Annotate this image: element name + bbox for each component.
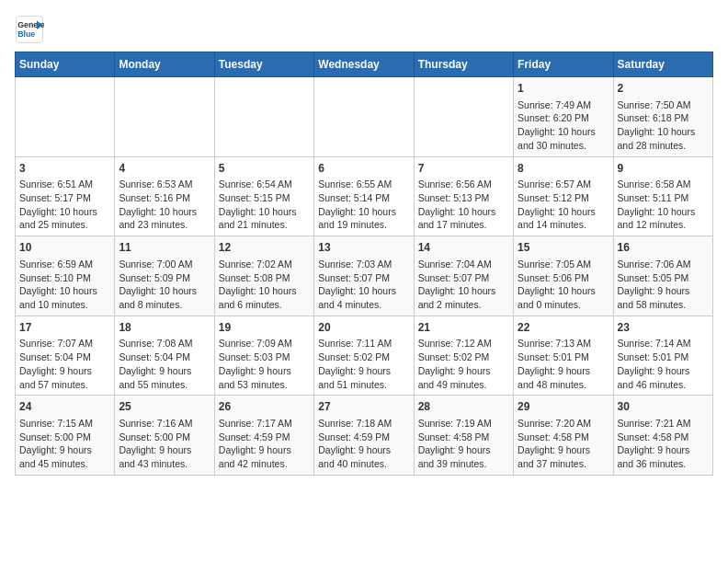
day-info: Sunrise: 7:18 AM Sunset: 4:59 PM Dayligh… [318,417,409,471]
calendar-week-row: 10Sunrise: 6:59 AM Sunset: 5:10 PM Dayli… [16,236,713,316]
day-number: 13 [318,240,409,256]
day-number: 27 [318,399,409,415]
calendar-cell: 12Sunrise: 7:02 AM Sunset: 5:08 PM Dayli… [214,236,313,316]
day-info: Sunrise: 7:06 AM Sunset: 5:05 PM Dayligh… [618,258,709,312]
calendar-cell: 14Sunrise: 7:04 AM Sunset: 5:07 PM Dayli… [414,236,513,316]
day-number: 21 [418,320,509,336]
day-info: Sunrise: 7:04 AM Sunset: 5:07 PM Dayligh… [418,258,509,312]
day-info: Sunrise: 7:49 AM Sunset: 6:20 PM Dayligh… [518,98,609,153]
day-number: 5 [219,161,310,177]
calendar-cell: 27Sunrise: 7:18 AM Sunset: 4:59 PM Dayli… [314,396,414,476]
day-number: 15 [518,240,609,256]
calendar-cell: 9Sunrise: 6:58 AM Sunset: 5:11 PM Daylig… [613,156,712,236]
day-number: 17 [19,320,110,336]
weekday-header: Wednesday [314,52,414,77]
day-number: 22 [518,320,609,336]
calendar-cell: 21Sunrise: 7:12 AM Sunset: 5:02 PM Dayli… [414,316,513,396]
day-info: Sunrise: 7:08 AM Sunset: 5:04 PM Dayligh… [119,337,210,391]
day-info: Sunrise: 7:03 AM Sunset: 5:07 PM Dayligh… [318,258,409,312]
calendar-week-row: 3Sunrise: 6:51 AM Sunset: 5:17 PM Daylig… [16,156,713,236]
day-info: Sunrise: 7:50 AM Sunset: 6:18 PM Dayligh… [618,98,709,153]
day-number: 25 [119,399,210,415]
day-number: 14 [418,240,509,256]
day-number: 6 [318,161,409,177]
calendar-cell: 25Sunrise: 7:16 AM Sunset: 5:00 PM Dayli… [115,396,214,476]
calendar-header: SundayMondayTuesdayWednesdayThursdayFrid… [16,52,713,77]
calendar-cell [414,77,513,157]
day-number: 3 [19,161,110,177]
calendar-cell: 3Sunrise: 6:51 AM Sunset: 5:17 PM Daylig… [16,156,115,236]
day-number: 30 [618,399,709,415]
logo-icon: General Blue [15,15,44,44]
calendar-cell: 26Sunrise: 7:17 AM Sunset: 4:59 PM Dayli… [214,396,313,476]
calendar-cell [16,77,115,157]
day-info: Sunrise: 7:15 AM Sunset: 5:00 PM Dayligh… [19,417,110,471]
calendar-cell: 6Sunrise: 6:55 AM Sunset: 5:14 PM Daylig… [314,156,414,236]
day-info: Sunrise: 7:17 AM Sunset: 4:59 PM Dayligh… [219,417,310,471]
day-number: 2 [618,81,709,97]
calendar: SundayMondayTuesdayWednesdayThursdayFrid… [15,52,713,476]
day-number: 28 [418,399,509,415]
calendar-cell: 18Sunrise: 7:08 AM Sunset: 5:04 PM Dayli… [115,316,214,396]
calendar-cell: 17Sunrise: 7:07 AM Sunset: 5:04 PM Dayli… [16,316,115,396]
day-info: Sunrise: 7:02 AM Sunset: 5:08 PM Dayligh… [219,258,310,312]
weekday-header: Monday [115,52,214,77]
calendar-cell: 19Sunrise: 7:09 AM Sunset: 5:03 PM Dayli… [214,316,313,396]
calendar-cell: 29Sunrise: 7:20 AM Sunset: 4:58 PM Dayli… [514,396,613,476]
day-info: Sunrise: 7:07 AM Sunset: 5:04 PM Dayligh… [19,337,110,391]
day-number: 29 [518,399,609,415]
day-info: Sunrise: 7:19 AM Sunset: 4:58 PM Dayligh… [418,417,509,471]
day-info: Sunrise: 7:12 AM Sunset: 5:02 PM Dayligh… [418,337,509,391]
day-info: Sunrise: 7:05 AM Sunset: 5:06 PM Dayligh… [518,258,609,312]
day-number: 23 [618,320,709,336]
calendar-cell: 1Sunrise: 7:49 AM Sunset: 6:20 PM Daylig… [514,77,613,157]
calendar-cell: 28Sunrise: 7:19 AM Sunset: 4:58 PM Dayli… [414,396,513,476]
day-info: Sunrise: 6:57 AM Sunset: 5:12 PM Dayligh… [518,178,609,232]
header: General Blue [15,15,713,44]
day-number: 8 [518,161,609,177]
calendar-week-row: 24Sunrise: 7:15 AM Sunset: 5:00 PM Dayli… [16,396,713,476]
calendar-cell: 22Sunrise: 7:13 AM Sunset: 5:01 PM Dayli… [514,316,613,396]
day-number: 12 [219,240,310,256]
calendar-cell: 2Sunrise: 7:50 AM Sunset: 6:18 PM Daylig… [613,77,712,157]
day-info: Sunrise: 7:11 AM Sunset: 5:02 PM Dayligh… [318,337,409,391]
day-info: Sunrise: 7:09 AM Sunset: 5:03 PM Dayligh… [219,337,310,391]
calendar-cell: 10Sunrise: 6:59 AM Sunset: 5:10 PM Dayli… [16,236,115,316]
day-info: Sunrise: 7:20 AM Sunset: 4:58 PM Dayligh… [518,417,609,471]
calendar-cell: 4Sunrise: 6:53 AM Sunset: 5:16 PM Daylig… [115,156,214,236]
weekday-header: Tuesday [214,52,313,77]
day-number: 16 [618,240,709,256]
weekday-header: Thursday [414,52,513,77]
day-info: Sunrise: 7:16 AM Sunset: 5:00 PM Dayligh… [119,417,210,471]
day-info: Sunrise: 7:13 AM Sunset: 5:01 PM Dayligh… [518,337,609,391]
calendar-cell: 11Sunrise: 7:00 AM Sunset: 5:09 PM Dayli… [115,236,214,316]
day-number: 7 [418,161,509,177]
day-info: Sunrise: 6:59 AM Sunset: 5:10 PM Dayligh… [19,258,110,312]
calendar-cell: 16Sunrise: 7:06 AM Sunset: 5:05 PM Dayli… [613,236,712,316]
day-number: 26 [219,399,310,415]
day-number: 9 [618,161,709,177]
calendar-week-row: 1Sunrise: 7:49 AM Sunset: 6:20 PM Daylig… [16,77,713,157]
day-number: 4 [119,161,210,177]
weekday-header: Sunday [16,52,115,77]
day-info: Sunrise: 7:00 AM Sunset: 5:09 PM Dayligh… [119,258,210,312]
day-number: 1 [518,81,609,97]
calendar-cell: 13Sunrise: 7:03 AM Sunset: 5:07 PM Dayli… [314,236,414,316]
day-info: Sunrise: 6:54 AM Sunset: 5:15 PM Dayligh… [219,178,310,232]
calendar-cell: 23Sunrise: 7:14 AM Sunset: 5:01 PM Dayli… [613,316,712,396]
day-info: Sunrise: 7:21 AM Sunset: 4:58 PM Dayligh… [618,417,709,471]
day-number: 19 [219,320,310,336]
calendar-cell [314,77,414,157]
logo: General Blue [15,15,44,44]
day-info: Sunrise: 6:53 AM Sunset: 5:16 PM Dayligh… [119,178,210,232]
svg-text:Blue: Blue [17,29,35,39]
weekday-header: Saturday [613,52,712,77]
calendar-cell: 15Sunrise: 7:05 AM Sunset: 5:06 PM Dayli… [514,236,613,316]
day-number: 24 [19,399,110,415]
day-info: Sunrise: 6:51 AM Sunset: 5:17 PM Dayligh… [19,178,110,232]
day-info: Sunrise: 6:58 AM Sunset: 5:11 PM Dayligh… [618,178,709,232]
day-info: Sunrise: 6:55 AM Sunset: 5:14 PM Dayligh… [318,178,409,232]
day-info: Sunrise: 7:14 AM Sunset: 5:01 PM Dayligh… [618,337,709,391]
weekday-row: SundayMondayTuesdayWednesdayThursdayFrid… [16,52,713,77]
calendar-cell: 7Sunrise: 6:56 AM Sunset: 5:13 PM Daylig… [414,156,513,236]
